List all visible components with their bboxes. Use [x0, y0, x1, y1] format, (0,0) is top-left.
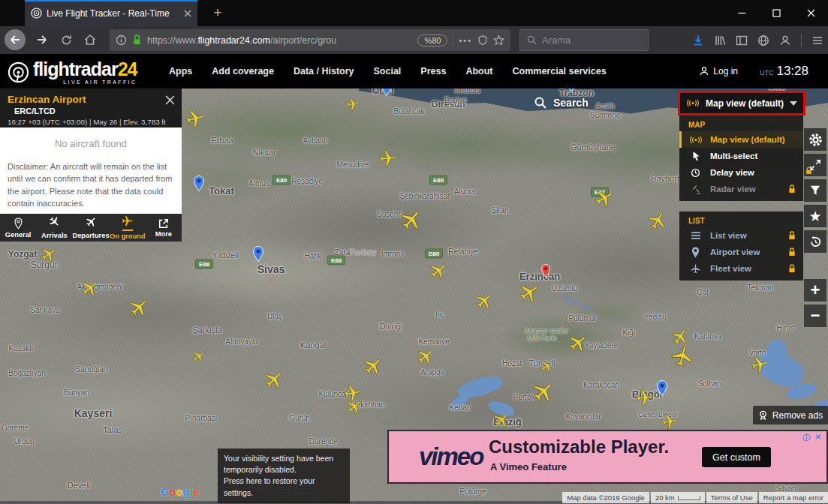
- map-label: Alucra: [454, 188, 475, 196]
- tab-departures[interactable]: Departures: [72, 214, 109, 242]
- panel-close-icon[interactable]: [165, 95, 175, 105]
- nav-item-commercial-services[interactable]: Commercial services: [513, 66, 607, 76]
- zoom-out-button[interactable]: −: [804, 304, 826, 327]
- google-logo[interactable]: Google: [161, 486, 199, 498]
- page-actions-icon[interactable]: •••: [459, 36, 472, 45]
- map-label: Yozgat: [8, 249, 37, 260]
- aircraft-icon[interactable]: [77, 275, 103, 301]
- aircraft-icon[interactable]: [413, 344, 438, 369]
- url-bar[interactable]: https://www.flightradar24.com/airport/er…: [110, 29, 510, 51]
- view-option-multi-select[interactable]: Multi-select: [679, 148, 803, 164]
- visibility-tooltip[interactable]: Your visibility setting have beentempora…: [218, 448, 350, 503]
- page-zoom-badge[interactable]: %80: [417, 34, 447, 46]
- fr24-logo[interactable]: flightradar24 LIVE AIR TRAFFIC: [8, 60, 137, 85]
- attribution-link[interactable]: Report a map error: [759, 492, 828, 503]
- map-pin-blue[interactable]: [657, 380, 668, 396]
- tab-general[interactable]: General: [0, 214, 36, 242]
- zoom-in-button[interactable]: +: [804, 279, 826, 302]
- aircraft-icon[interactable]: [189, 346, 208, 365]
- site-info-icon[interactable]: [116, 34, 127, 46]
- aircraft-icon[interactable]: [635, 388, 655, 407]
- ad-close-icon[interactable]: ✕: [815, 433, 821, 441]
- playback-button[interactable]: [804, 230, 826, 253]
- aircraft-icon[interactable]: [644, 207, 671, 234]
- map-pin-red[interactable]: [541, 264, 551, 278]
- ad-banner[interactable]: vimeo Customizable Player. A Vimeo Featu…: [387, 430, 828, 484]
- aircraft-icon[interactable]: [125, 294, 153, 322]
- airport-info-panel: Erzincan Airport ERC/LTCD 16:27 +03 (UTC…: [0, 88, 182, 242]
- back-button[interactable]: [5, 29, 26, 50]
- new-tab-button[interactable]: +: [209, 4, 227, 22]
- map-label: Mesudiye: [337, 160, 369, 169]
- map-pin-blue[interactable]: [194, 176, 205, 191]
- nav-item-about[interactable]: About: [465, 66, 492, 76]
- nav-item-apps[interactable]: Apps: [169, 66, 192, 76]
- ad-cta-button[interactable]: Get custom: [702, 447, 771, 467]
- forward-button[interactable]: [32, 29, 53, 50]
- tab-close-icon[interactable]: [184, 10, 191, 17]
- window-minimize-button[interactable]: [724, 0, 759, 26]
- map-canvas[interactable]: OrduGiresunBulancakEspiyeTireboluTrabzon…: [0, 88, 828, 504]
- tab-arrivals[interactable]: Arrivals: [36, 214, 72, 242]
- view-option-map-view-default-[interactable]: Map view (default): [679, 131, 803, 148]
- search-placeholder: Arama: [542, 34, 571, 46]
- globe-icon[interactable]: [757, 34, 769, 46]
- downloads-icon[interactable]: [692, 34, 704, 46]
- view-option-delay-view[interactable]: Delay view: [679, 164, 803, 181]
- reload-button[interactable]: [56, 29, 77, 50]
- browser-tab[interactable]: Live Flight Tracker - Real-Time: [25, 0, 197, 26]
- view-option-radar-view[interactable]: Radar view: [679, 181, 803, 197]
- library-icon[interactable]: [714, 34, 726, 46]
- bookmarks-button[interactable]: ★: [804, 205, 826, 227]
- aircraft-icon[interactable]: [396, 204, 427, 236]
- aircraft-icon[interactable]: [565, 329, 592, 357]
- map-pin-blue[interactable]: [253, 246, 264, 262]
- filter-button[interactable]: [804, 179, 826, 202]
- tab-on-ground[interactable]: On ground: [110, 214, 146, 242]
- attribution-link[interactable]: Terms of Use: [706, 492, 757, 503]
- window-close-button[interactable]: [793, 0, 828, 26]
- menu-hamburger-icon[interactable]: [811, 34, 823, 46]
- remove-ads-button[interactable]: Remove ads: [753, 406, 828, 424]
- https-lock-icon[interactable]: [132, 34, 142, 46]
- nav-item-press[interactable]: Press: [420, 66, 446, 76]
- aircraft-icon[interactable]: [360, 352, 387, 380]
- bookmark-star-icon[interactable]: [493, 34, 504, 46]
- aircraft-icon[interactable]: [183, 106, 207, 130]
- home-button[interactable]: [80, 29, 101, 50]
- map-pin-blue[interactable]: [566, 88, 577, 92]
- nav-item-data-history[interactable]: Data / History: [294, 66, 354, 76]
- pin-solid-icon: [688, 247, 703, 258]
- aircraft-icon[interactable]: [471, 288, 497, 314]
- view-option-fleet-view[interactable]: Fleet view: [679, 260, 803, 277]
- aircraft-icon[interactable]: [660, 412, 679, 430]
- aircraft-icon[interactable]: [515, 278, 544, 308]
- aircraft-icon[interactable]: [528, 376, 559, 407]
- login-button[interactable]: Log in: [699, 54, 738, 88]
- tracking-shield-icon[interactable]: [477, 34, 488, 46]
- map-pin-blue[interactable]: [381, 88, 393, 96]
- aircraft-icon[interactable]: [260, 366, 288, 394]
- login-label: Log in: [713, 66, 738, 76]
- aircraft-icon[interactable]: [669, 343, 697, 370]
- map-label: Munzur Vadisi: [525, 327, 568, 334]
- browser-search-box[interactable]: Arama: [519, 29, 649, 51]
- nav-item-add-coverage[interactable]: Add coverage: [212, 66, 274, 76]
- tab-more[interactable]: More: [146, 214, 182, 242]
- fullscreen-button[interactable]: [804, 154, 826, 176]
- view-option-airport-view[interactable]: Airport view: [679, 244, 803, 260]
- view-option-list-view[interactable]: List view: [679, 227, 803, 244]
- nav-item-social[interactable]: Social: [374, 66, 402, 76]
- adchoices-info-icon[interactable]: ⓘ: [802, 433, 810, 443]
- map-search-button[interactable]: Search: [534, 97, 589, 109]
- settings-button[interactable]: [804, 128, 826, 151]
- attr-label: Terms of Use: [711, 494, 753, 502]
- window-maximize-button[interactable]: [759, 0, 793, 26]
- map-label: Araklı: [595, 102, 615, 110]
- aircraft-icon[interactable]: [378, 148, 398, 168]
- account-icon[interactable]: [779, 34, 791, 46]
- aircraft-icon[interactable]: [426, 258, 451, 284]
- aircraft-icon[interactable]: [345, 97, 360, 112]
- sidebar-toggle-icon[interactable]: [736, 34, 748, 46]
- map-view-dropdown[interactable]: Map view (default): [678, 91, 805, 116]
